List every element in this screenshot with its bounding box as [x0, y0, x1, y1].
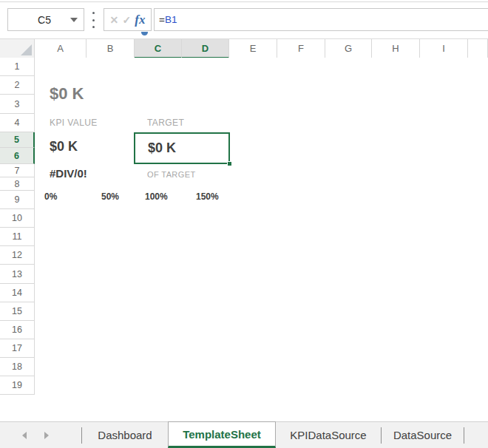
select-all-triangle-icon — [21, 44, 32, 55]
sheet-tab-dashboard[interactable]: Dashboard — [82, 422, 168, 448]
top-divider — [0, 1, 488, 2]
row-header-13[interactable]: 13 — [0, 265, 35, 284]
column-header-i[interactable]: I — [420, 39, 468, 58]
row-header-15[interactable]: 15 — [0, 302, 35, 321]
column-header-d[interactable]: D — [182, 39, 229, 58]
row-header-17[interactable]: 17 — [0, 339, 35, 358]
spreadsheet-window: C5 ✕ ✓ fx = B1 ABCDEFGHI 123456789101112… — [0, 0, 488, 448]
formula-equals: = — [159, 14, 165, 25]
row-header-4[interactable]: 4 — [0, 114, 35, 132]
select-all-corner[interactable] — [0, 39, 35, 58]
column-headers: ABCDEFGHI — [35, 39, 488, 58]
cancel-icon[interactable]: ✕ — [110, 15, 119, 25]
row-header-11[interactable]: 11 — [0, 228, 35, 246]
formula-input[interactable]: = B1 — [154, 8, 488, 31]
selected-cell-value: $0 K — [135, 140, 176, 156]
column-header-h[interactable]: H — [372, 39, 420, 58]
selected-cell-c5[interactable]: $0 K — [134, 132, 230, 164]
column-header-e[interactable]: E — [229, 39, 277, 58]
row-header-16[interactable]: 16 — [0, 321, 35, 339]
cell-of-target-label[interactable]: OF TARGET — [147, 170, 196, 179]
confirm-icon[interactable]: ✓ — [122, 15, 131, 25]
row-header-10[interactable]: 10 — [0, 209, 35, 228]
row-header-2[interactable]: 2 — [0, 76, 35, 95]
formula-reference: B1 — [165, 14, 177, 25]
row-header-5[interactable]: 5 — [0, 132, 35, 148]
insert-function-icon[interactable]: fx — [135, 13, 145, 26]
tab-separator — [464, 427, 464, 444]
column-header-row: ABCDEFGHI — [0, 38, 488, 58]
row-headers: 12345678910111213141516171819 — [0, 58, 35, 395]
chevron-down-icon[interactable] — [70, 18, 78, 22]
fill-handle[interactable] — [227, 161, 232, 166]
row-header-9[interactable]: 9 — [0, 191, 35, 209]
gauge-tick-150pct[interactable]: 150% — [196, 191, 219, 202]
gauge-axis-ticks: 0%50%100%150% — [35, 191, 271, 203]
cell-kpi-value[interactable]: $0 K — [50, 139, 78, 155]
next-sheet-icon[interactable] — [44, 432, 49, 439]
drag-handle-icon[interactable] — [90, 12, 96, 28]
column-header-partial[interactable] — [468, 39, 488, 58]
row-header-19[interactable]: 19 — [0, 376, 35, 395]
row-header-12[interactable]: 12 — [0, 246, 35, 265]
row-header-1[interactable]: 1 — [0, 58, 35, 76]
cell-target-label[interactable]: TARGET — [147, 118, 184, 128]
previous-sheet-icon[interactable] — [22, 432, 27, 439]
column-header-b[interactable]: B — [87, 39, 135, 58]
column-header-a[interactable]: A — [35, 39, 87, 58]
row-header-6[interactable]: 6 — [0, 148, 35, 164]
gauge-tick-0pct[interactable]: 0% — [44, 191, 57, 202]
name-box[interactable]: C5 — [7, 8, 84, 31]
cell-big-kpi-value[interactable]: $0 K — [50, 84, 84, 103]
sheet-cells: $0 K KPI VALUE TARGET $0 K $0 K #DIV/0! … — [35, 58, 488, 395]
tab-navigation — [0, 422, 49, 448]
sheet-tab-bar: DashboardTemplateSheetKPIDataSourceDataS… — [0, 421, 488, 448]
column-header-g[interactable]: G — [325, 39, 372, 58]
formula-bar-area: C5 ✕ ✓ fx = B1 — [0, 0, 488, 38]
row-header-3[interactable]: 3 — [0, 95, 35, 114]
insert-function-badge — [141, 32, 148, 35]
row-header-7[interactable]: 7 — [0, 164, 35, 177]
formula-buttons: ✕ ✓ fx — [104, 8, 152, 31]
gauge-tick-50pct[interactable]: 50% — [101, 191, 119, 202]
row-header-14[interactable]: 14 — [0, 284, 35, 302]
name-box-value: C5 — [8, 14, 70, 26]
sheet-tabs: DashboardTemplateSheetKPIDataSourceDataS… — [81, 422, 464, 448]
cell-kpi-value-label[interactable]: KPI VALUE — [50, 118, 98, 128]
row-header-18[interactable]: 18 — [0, 358, 35, 376]
column-header-c[interactable]: C — [135, 39, 182, 58]
column-header-f[interactable]: F — [277, 39, 325, 58]
sheet-tab-templatesheet[interactable]: TemplateSheet — [168, 421, 276, 448]
row-header-8[interactable]: 8 — [0, 177, 35, 191]
gauge-tick-100pct[interactable]: 100% — [145, 191, 168, 202]
cell-div-error[interactable]: #DIV/0! — [50, 167, 87, 180]
sheet-tab-kpidatasource[interactable]: KPIDataSource — [276, 422, 381, 448]
sheet-tab-datasource[interactable]: DataSource — [382, 422, 464, 448]
